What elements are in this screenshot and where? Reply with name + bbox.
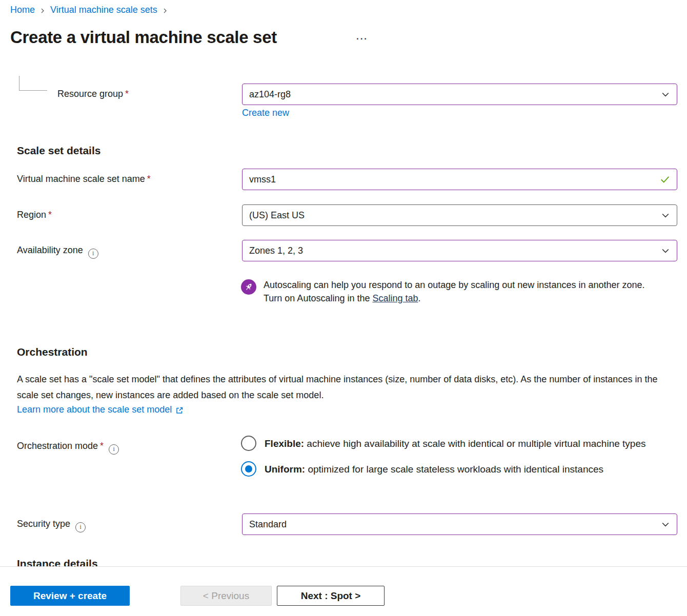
autoscaling-note: Autoscaling can help you respond to an o… bbox=[241, 278, 651, 305]
indent-connector bbox=[19, 76, 47, 91]
orchestration-heading: Orchestration bbox=[17, 346, 88, 358]
rocket-icon bbox=[241, 279, 256, 295]
security-type-value: Standard bbox=[249, 519, 287, 530]
required-marker: * bbox=[48, 210, 52, 220]
scale-set-details-heading: Scale set details bbox=[17, 145, 100, 157]
vmss-name-field-wrap bbox=[242, 169, 677, 190]
radio-selected-icon[interactable] bbox=[241, 461, 256, 477]
flexible-option-name: Flexible: bbox=[265, 438, 304, 449]
radio-option-uniform[interactable]: Uniform: optimized for large scale state… bbox=[241, 461, 677, 477]
more-menu-icon[interactable]: ··· bbox=[356, 34, 368, 44]
info-icon[interactable]: i bbox=[109, 444, 119, 455]
resource-group-label: Resource group* bbox=[57, 89, 129, 99]
radio-option-flexible[interactable]: Flexible: achieve high availability at s… bbox=[241, 436, 677, 451]
breadcrumb-home-link[interactable]: Home bbox=[10, 5, 35, 15]
security-type-dropdown[interactable]: Standard bbox=[242, 514, 677, 535]
learn-more-link[interactable]: Learn more about the scale set model bbox=[17, 404, 184, 415]
orchestration-mode-radio-group: Flexible: achieve high availability at s… bbox=[241, 436, 677, 477]
security-type-label: Security typei bbox=[17, 519, 86, 532]
region-dropdown[interactable]: (US) East US bbox=[242, 204, 677, 226]
learn-more-label: Learn more about the scale set model bbox=[17, 404, 172, 415]
breadcrumb-vmss-link[interactable]: Virtual machine scale sets bbox=[50, 5, 157, 15]
previous-button[interactable]: < Previous bbox=[180, 586, 272, 606]
chevron-right-icon bbox=[162, 8, 168, 14]
availability-zone-value: Zones 1, 2, 3 bbox=[249, 245, 303, 256]
instance-details-heading: Instance details bbox=[17, 558, 98, 567]
valid-check-icon bbox=[659, 174, 671, 185]
availability-zone-dropdown[interactable]: Zones 1, 2, 3 bbox=[242, 240, 677, 261]
next-spot-button[interactable]: Next : Spot > bbox=[277, 586, 385, 606]
external-link-icon bbox=[175, 406, 184, 415]
wizard-footer: Review + create < Previous Next : Spot > bbox=[0, 567, 687, 616]
page-title: Create a virtual machine scale set bbox=[10, 28, 277, 47]
required-marker: * bbox=[147, 174, 151, 184]
chevron-down-icon bbox=[660, 245, 671, 256]
required-marker: * bbox=[100, 441, 104, 451]
vmss-name-label: Virtual machine scale set name* bbox=[17, 174, 151, 184]
info-icon[interactable]: i bbox=[75, 522, 86, 532]
orchestration-mode-label: Orchestration mode*i bbox=[17, 441, 119, 455]
vmss-name-input[interactable] bbox=[242, 169, 677, 190]
scaling-tab-link[interactable]: Scaling tab bbox=[372, 293, 418, 303]
chevron-down-icon bbox=[660, 89, 671, 99]
radio-unselected-icon[interactable] bbox=[241, 436, 256, 451]
create-vmss-page: Home Virtual machine scale sets Create a… bbox=[0, 0, 687, 616]
required-marker: * bbox=[125, 89, 129, 99]
breadcrumb: Home Virtual machine scale sets bbox=[10, 5, 168, 15]
resource-group-dropdown[interactable]: az104-rg8 bbox=[242, 84, 677, 105]
chevron-down-icon bbox=[660, 210, 671, 220]
chevron-down-icon bbox=[660, 519, 671, 529]
uniform-option-name: Uniform: bbox=[265, 464, 305, 475]
review-create-button[interactable]: Review + create bbox=[10, 586, 130, 606]
flexible-option-description: achieve high availability at scale with … bbox=[307, 438, 645, 449]
uniform-option-description: optimized for large scale stateless work… bbox=[308, 464, 603, 475]
availability-zone-label: Availability zonei bbox=[17, 245, 98, 259]
info-icon[interactable]: i bbox=[88, 249, 98, 259]
region-label: Region* bbox=[17, 210, 52, 220]
autoscaling-note-text: Autoscaling can help you respond to an o… bbox=[264, 278, 651, 305]
chevron-right-icon bbox=[39, 8, 46, 14]
create-new-link[interactable]: Create new bbox=[242, 108, 289, 118]
region-value: (US) East US bbox=[249, 210, 305, 221]
resource-group-value: az104-rg8 bbox=[249, 89, 291, 100]
form-scroll-area: Home Virtual machine scale sets Create a… bbox=[0, 0, 687, 567]
orchestration-description: A scale set has a "scale set model" that… bbox=[17, 372, 679, 403]
